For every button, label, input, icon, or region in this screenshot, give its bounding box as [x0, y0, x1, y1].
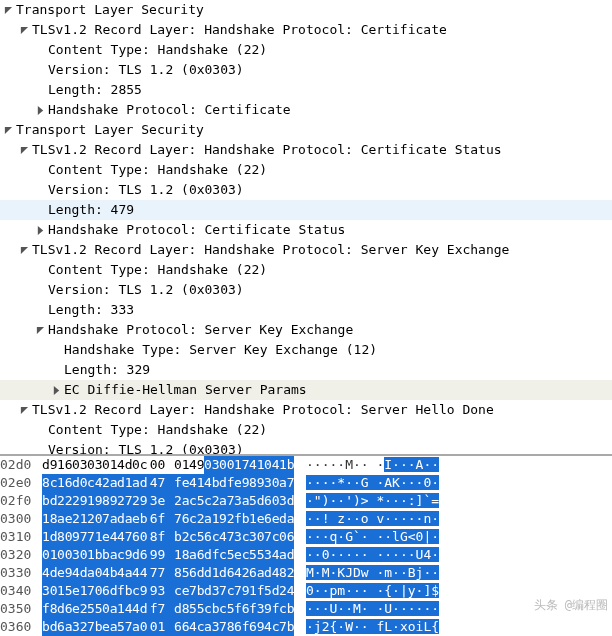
- hex-byte[interactable]: cb: [204, 600, 219, 618]
- hex-byte[interactable]: 6c: [204, 528, 219, 546]
- hex-byte[interactable]: c5: [189, 492, 204, 510]
- hex-byte[interactable]: 99: [147, 546, 174, 564]
- hex-row[interactable]: 03403015e1706dfbc993ce7bd37c791f5d240··p…: [0, 582, 612, 600]
- hex-byte[interactable]: a7: [219, 492, 234, 510]
- hex-byte[interactable]: 16: [57, 456, 72, 474]
- hex-byte[interactable]: 3c: [234, 528, 249, 546]
- hex-byte[interactable]: 00: [219, 456, 234, 474]
- tree-node-tls2[interactable]: Transport Layer Security: [0, 120, 612, 140]
- hex-byte[interactable]: e1: [72, 582, 87, 600]
- hex-byte[interactable]: 1b: [87, 546, 102, 564]
- tree-node-hs-length[interactable]: Length: 329: [0, 360, 612, 380]
- hex-byte[interactable]: 17: [234, 456, 249, 474]
- hex-row[interactable]: 0350f8d6e2550a144df7d855cbc5f6f39fcb···U…: [0, 600, 612, 618]
- hex-byte[interactable]: f8: [42, 600, 57, 618]
- hex-byte[interactable]: 7b: [87, 618, 102, 636]
- hex-byte[interactable]: 47: [147, 474, 174, 492]
- hex-byte[interactable]: d9: [42, 456, 57, 474]
- hex-byte[interactable]: 00: [147, 456, 174, 474]
- hex-byte[interactable]: 32: [72, 618, 87, 636]
- tree-node-record-cert[interactable]: TLSv1.2 Record Layer: Handshake Protocol…: [0, 20, 612, 40]
- hex-byte[interactable]: fe: [174, 474, 189, 492]
- hex-byte[interactable]: 00: [57, 546, 72, 564]
- hex-byte[interactable]: 20: [87, 510, 102, 528]
- hex-byte[interactable]: 7b: [279, 618, 294, 636]
- hex-byte[interactable]: 30: [72, 546, 87, 564]
- hex-byte[interactable]: c5: [219, 600, 234, 618]
- hex-byte[interactable]: 15: [57, 582, 72, 600]
- hex-byte[interactable]: 78: [219, 618, 234, 636]
- hex-byte[interactable]: cb: [279, 600, 294, 618]
- hex-byte[interactable]: 6a: [57, 618, 72, 636]
- tree-node-record-shd[interactable]: TLSv1.2 Record Layer: Handshake Protocol…: [0, 400, 612, 420]
- expander-open-icon[interactable]: [18, 406, 30, 415]
- tree-node-handshake-certstatus[interactable]: Handshake Protocol: Certificate Status: [0, 220, 612, 240]
- hex-byte[interactable]: 03: [87, 456, 102, 474]
- hex-byte[interactable]: df: [204, 546, 219, 564]
- tree-node-version[interactable]: Version: TLS 1.2 (0x0303): [0, 60, 612, 80]
- hex-byte[interactable]: a0: [87, 564, 102, 582]
- hex-byte[interactable]: 4d: [132, 600, 147, 618]
- hex-byte[interactable]: 66: [174, 618, 189, 636]
- hex-byte[interactable]: 6f: [147, 510, 174, 528]
- hex-byte[interactable]: 55: [249, 546, 264, 564]
- expander-open-icon[interactable]: [18, 146, 30, 155]
- hex-byte[interactable]: 76: [174, 510, 189, 528]
- hex-byte[interactable]: 27: [117, 492, 132, 510]
- hex-byte[interactable]: 01: [174, 456, 189, 474]
- hex-byte[interactable]: f3: [249, 600, 264, 618]
- tree-node-content-type[interactable]: Content Type: Handshake (22): [0, 40, 612, 60]
- hex-byte[interactable]: 4b: [102, 564, 117, 582]
- hex-row[interactable]: 03200100301bbac9d69918a6dfc5ec5534ad··0·…: [0, 546, 612, 564]
- hex-byte[interactable]: 80: [57, 528, 72, 546]
- hex-byte[interactable]: 4a: [117, 564, 132, 582]
- hex-byte[interactable]: 8f: [147, 528, 174, 546]
- hex-byte[interactable]: da: [117, 510, 132, 528]
- hex-byte[interactable]: bd: [42, 618, 57, 636]
- hex-byte[interactable]: 29: [132, 492, 147, 510]
- hex-byte[interactable]: e9: [234, 474, 249, 492]
- hex-byte[interactable]: 4c: [264, 618, 279, 636]
- expander-open-icon[interactable]: [2, 126, 14, 135]
- expander-open-icon[interactable]: [18, 26, 30, 35]
- hex-byte[interactable]: 60: [264, 492, 279, 510]
- hex-byte[interactable]: eb: [132, 510, 147, 528]
- hex-byte[interactable]: 16: [57, 474, 72, 492]
- hex-byte[interactable]: a0: [132, 618, 147, 636]
- hex-byte[interactable]: 69: [249, 618, 264, 636]
- hex-byte[interactable]: c2: [189, 510, 204, 528]
- expander-closed-icon[interactable]: [50, 386, 62, 395]
- hex-byte[interactable]: 21: [72, 510, 87, 528]
- hex-byte[interactable]: 47: [219, 528, 234, 546]
- hex-byte[interactable]: 93: [147, 582, 174, 600]
- hex-byte[interactable]: fb: [117, 582, 132, 600]
- hex-byte[interactable]: 4d: [72, 564, 87, 582]
- hex-byte[interactable]: 60: [132, 528, 147, 546]
- hex-byte[interactable]: 6a: [249, 564, 264, 582]
- hex-byte[interactable]: 01: [102, 456, 117, 474]
- hex-byte[interactable]: 57: [117, 618, 132, 636]
- hex-byte[interactable]: 6e: [264, 510, 279, 528]
- hex-byte[interactable]: 30: [249, 528, 264, 546]
- hex-byte[interactable]: 85: [174, 564, 189, 582]
- hex-byte[interactable]: fb: [234, 510, 249, 528]
- hex-byte[interactable]: f6: [234, 600, 249, 618]
- hex-byte[interactable]: 55: [189, 600, 204, 618]
- hex-byte[interactable]: 82: [279, 564, 294, 582]
- hex-byte[interactable]: 4c: [189, 618, 204, 636]
- tree-node-content-type[interactable]: Content Type: Handshake (22): [0, 160, 612, 180]
- hex-byte[interactable]: 29: [72, 492, 87, 510]
- hex-byte[interactable]: d1: [117, 474, 132, 492]
- hex-byte[interactable]: 7b: [189, 582, 204, 600]
- hex-byte[interactable]: 6d: [189, 564, 204, 582]
- hex-byte[interactable]: 4d: [42, 564, 57, 582]
- hex-byte[interactable]: 19: [87, 492, 102, 510]
- hex-byte[interactable]: 01: [42, 546, 57, 564]
- hex-byte[interactable]: 79: [234, 582, 249, 600]
- hex-byte[interactable]: 49: [189, 456, 204, 474]
- tree-node-handshake-type[interactable]: Handshake Type: Server Key Exchange (12): [0, 340, 612, 360]
- hex-byte[interactable]: c5: [189, 528, 204, 546]
- tree-node-handshake-cert[interactable]: Handshake Protocol: Certificate: [0, 100, 612, 120]
- hex-row[interactable]: 02f0bd2229198927293e2ac5c2a73a5d603d·")·…: [0, 492, 612, 510]
- tree-node-content-type[interactable]: Content Type: Handshake (22): [0, 260, 612, 280]
